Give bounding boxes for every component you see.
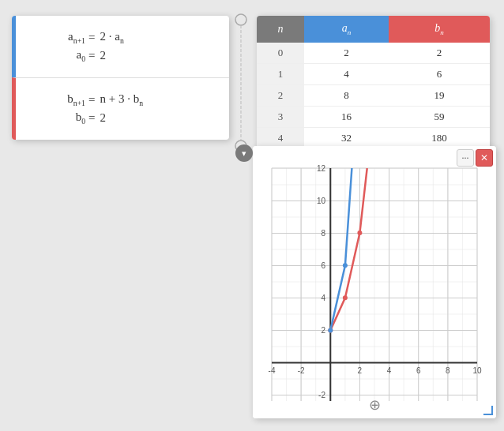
- formula-card: an+1 = 2 · an a0 = 2 bn+1 = n + 3 · bn b…: [12, 16, 229, 140]
- graph-card: ··· ✕: [253, 146, 496, 418]
- svg-text:4: 4: [387, 366, 392, 375]
- cell-n: 1: [257, 63, 304, 84]
- formula-a-section: an+1 = 2 · an a0 = 2: [12, 16, 229, 77]
- formula-b-section: bn+1 = n + 3 · bn b0 = 2: [12, 77, 229, 140]
- svg-text:12: 12: [317, 164, 326, 173]
- cell-an: 8: [304, 84, 389, 106]
- svg-text:6: 6: [321, 261, 325, 270]
- data-table: n an bn 022146281931659432180: [257, 16, 490, 149]
- formula-b-lhs: bn+1: [38, 92, 85, 107]
- svg-point-65: [343, 295, 348, 300]
- svg-text:-4: -4: [269, 366, 276, 375]
- svg-text:-2: -2: [318, 391, 325, 399]
- svg-text:6: 6: [416, 366, 421, 375]
- formula-b-recurrence: bn+1 = n + 3 · bn: [38, 92, 213, 107]
- graph-move-icon[interactable]: ⊕: [369, 396, 381, 414]
- table-row: 146: [257, 63, 490, 84]
- col-bn-header: bn: [389, 16, 490, 43]
- col-an-header: an: [304, 16, 389, 43]
- table-row: 2819: [257, 84, 490, 106]
- cell-n: 2: [257, 84, 304, 106]
- collapse-button[interactable]: ▾: [235, 144, 253, 162]
- svg-text:2: 2: [358, 366, 363, 375]
- svg-text:8: 8: [321, 229, 325, 238]
- resize-handle[interactable]: [483, 406, 493, 415]
- cell-bn: 2: [389, 43, 490, 64]
- col-n-header: n: [257, 16, 304, 43]
- formula-b0-lhs: b0: [38, 111, 85, 126]
- collapse-icon: ▾: [242, 148, 246, 159]
- cell-n: 0: [257, 43, 304, 64]
- formula-a-recurrence: an+1 = 2 · an: [38, 30, 213, 45]
- svg-point-66: [357, 230, 362, 235]
- formula-a-lhs: an+1: [38, 30, 85, 45]
- svg-point-67: [328, 328, 333, 332]
- graph-svg: -2 2 4 6 8 10 -4 12 10 8 6 4 2 -2: [253, 146, 496, 418]
- table-card: n an bn 022146281931659432180: [257, 16, 490, 149]
- svg-text:4: 4: [321, 294, 325, 302]
- svg-text:-2: -2: [298, 366, 305, 375]
- cell-an: 2: [304, 43, 389, 64]
- svg-text:8: 8: [446, 366, 450, 375]
- svg-text:2: 2: [321, 326, 325, 335]
- svg-text:10: 10: [317, 197, 326, 205]
- table-row: 31659: [257, 106, 490, 127]
- formula-a-initial: a0 = 2: [38, 48, 213, 63]
- close-button[interactable]: ✕: [476, 149, 493, 167]
- svg-point-68: [343, 263, 348, 268]
- cell-n: 3: [257, 106, 304, 127]
- formula-b-initial: b0 = 2: [38, 111, 213, 126]
- svg-text:10: 10: [472, 366, 482, 375]
- more-button[interactable]: ···: [457, 149, 474, 167]
- cell-an: 4: [304, 63, 389, 84]
- svg-point-69: [235, 14, 246, 25]
- cell-an: 16: [304, 106, 389, 127]
- formula-a0-lhs: a0: [38, 48, 85, 63]
- cell-bn: 59: [389, 106, 490, 127]
- table-row: 022: [257, 43, 490, 64]
- cell-bn: 6: [389, 63, 490, 84]
- cell-bn: 19: [389, 84, 490, 106]
- graph-toolbar: ··· ✕: [453, 146, 496, 170]
